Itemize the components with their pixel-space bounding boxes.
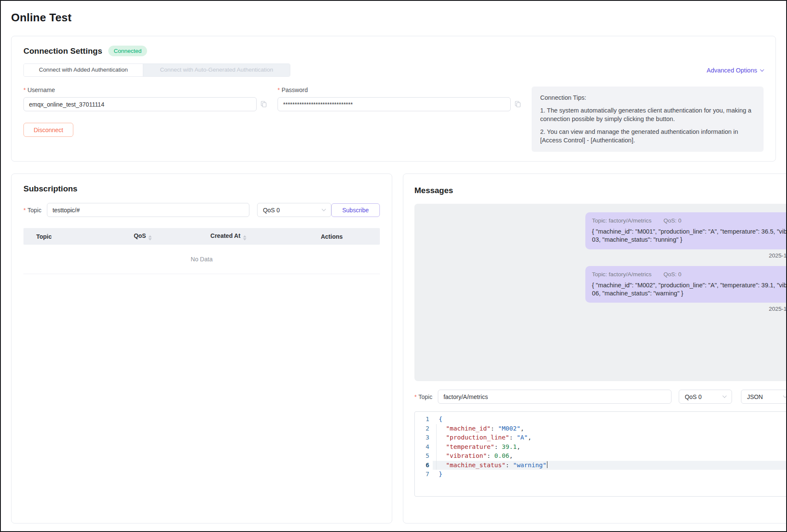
advanced-options-label: Advanced Options (707, 67, 758, 74)
indent-guide (436, 442, 437, 452)
password-field-group: *Password (278, 87, 521, 152)
message-bubble: Topic: factory/A/metrics QoS: 0 { "machi… (585, 212, 787, 249)
message-payload: { "machine_id": "M001", "production_line… (592, 228, 787, 244)
publish-qos-select[interactable]: QoS 0 (679, 390, 732, 404)
line-number: 1 (415, 415, 429, 424)
publish-qos-value: QoS 0 (685, 393, 702, 400)
publish-topic-input[interactable] (438, 390, 671, 404)
online-test-page: Online Test Connection Settings Connecte… (0, 0, 787, 532)
indent-guide (436, 424, 437, 434)
tab-added-authentication[interactable]: Connect with Added Authentication (24, 64, 143, 76)
indent-guide (436, 451, 437, 461)
payload-format-select[interactable]: JSON (741, 390, 787, 404)
table-empty-state: No Data (23, 245, 380, 274)
line-number: 5 (415, 451, 429, 461)
message-topic: Topic: factory/A/metrics (592, 271, 652, 278)
line-number: 4 (415, 442, 429, 452)
message-payload: { "machine_id": "M002", "production_line… (592, 281, 787, 298)
message-timestamp: 2025-11-07 10:34:43 (769, 252, 787, 259)
password-label: *Password (278, 87, 521, 93)
connection-settings-card: Connection Settings Connected Connect wi… (11, 36, 776, 162)
subscribe-topic-input[interactable] (47, 203, 249, 217)
chevron-down-icon (723, 394, 727, 398)
line-number: 2 (415, 424, 429, 434)
chevron-down-icon (321, 207, 326, 211)
subscribe-qos-select[interactable]: QoS 0 (257, 203, 331, 217)
connection-status-badge: Connected (108, 46, 147, 56)
chevron-down-icon (783, 394, 787, 398)
editor-line: 2 "machine_id": "M002", (415, 424, 787, 434)
connection-tips-title: Connection Tips: (540, 93, 755, 102)
editor-line: 4 "temperature": 39.1, (415, 442, 787, 452)
messages-title: Messages (414, 186, 453, 195)
publish-topic-label: *Topic (414, 393, 432, 400)
column-header-actions: Actions (284, 233, 380, 240)
auth-tabs: Connect with Added Authentication Connec… (23, 64, 290, 77)
payload-editor[interactable]: 1 { 2 "machine_id": "M002", 3 "productio… (414, 411, 787, 497)
line-number: 7 (415, 470, 429, 479)
username-input[interactable] (23, 97, 257, 111)
page-title: Online Test (11, 11, 776, 24)
subscriptions-table: Topic QoS Created At Actions No Data (23, 228, 380, 274)
editor-line: 1 { (415, 415, 787, 424)
column-header-topic: Topic (23, 233, 113, 240)
column-header-qos: QoS (113, 232, 173, 240)
username-label: *Username (23, 87, 267, 93)
subscriptions-card: Subscriptions *Topic QoS 0 Subscribe Top… (11, 173, 392, 523)
message-bubble: Topic: factory/A/metrics QoS: 0 { "machi… (585, 266, 787, 303)
message-topic: Topic: factory/A/metrics (592, 217, 652, 224)
password-input[interactable] (278, 97, 511, 111)
text-cursor (547, 461, 548, 468)
connection-settings-title: Connection Settings (23, 46, 102, 56)
indent-guide (436, 433, 437, 442)
subscribe-topic-label: *Topic (23, 207, 41, 214)
subscriptions-title: Subscriptions (23, 184, 380, 194)
tab-auto-generated-authentication[interactable]: Connect with Auto-Generated Authenticati… (143, 64, 290, 76)
required-mark: * (23, 207, 26, 214)
connection-tips-line-1: 1. The system automatically generates cl… (540, 106, 755, 124)
sort-icon[interactable] (148, 235, 152, 240)
subscribe-button[interactable]: Subscribe (331, 203, 380, 217)
copy-icon (514, 101, 521, 108)
editor-line: 7 } (415, 470, 787, 479)
username-field-group: *Username Disconnect (23, 87, 267, 152)
copy-icon (260, 101, 267, 108)
sort-icon[interactable] (243, 235, 246, 240)
connection-tips-box: Connection Tips: 1. The system automatic… (532, 87, 764, 152)
required-mark: * (414, 393, 417, 400)
copy-username-button[interactable] (260, 101, 267, 108)
messages-card: Messages Topic: factory/A/metrics QoS: 0 (403, 173, 787, 523)
editor-line: 3 "production_line": "A", (415, 433, 787, 442)
line-number: 3 (415, 433, 429, 442)
connection-tips-line-2: 2. You can view and manage the generated… (540, 127, 755, 145)
payload-format-value: JSON (747, 393, 763, 400)
required-mark: * (23, 87, 26, 93)
chevron-down-icon (760, 67, 764, 72)
editor-line-active: 6 "machine_status": "warning" (415, 461, 787, 470)
editor-line: 5 "vibration": 0.06, (415, 451, 787, 461)
copy-password-button[interactable] (514, 101, 521, 108)
indent-guide (436, 461, 437, 470)
message-timestamp: 2025-11-07 10:35:16 (769, 306, 787, 312)
advanced-options-link[interactable]: Advanced Options (707, 67, 764, 74)
subscribe-qos-value: QoS 0 (263, 207, 280, 214)
message-qos: QoS: 0 (663, 271, 681, 278)
column-header-created-at: Created At (173, 232, 284, 240)
required-mark: * (278, 87, 280, 93)
disconnect-button[interactable]: Disconnect (23, 123, 73, 137)
subscriptions-table-header: Topic QoS Created At Actions (23, 228, 380, 245)
line-number: 6 (415, 461, 429, 470)
messages-panel: Topic: factory/A/metrics QoS: 0 { "machi… (414, 204, 787, 381)
message-qos: QoS: 0 (663, 217, 681, 224)
